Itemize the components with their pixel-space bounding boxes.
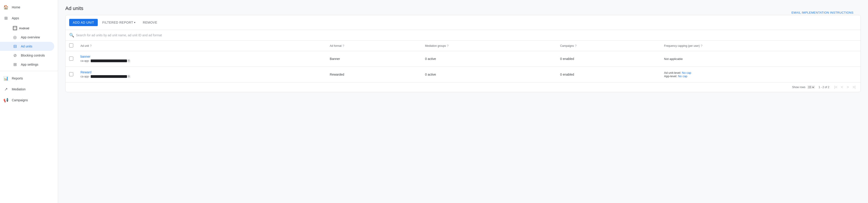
sidebar-item-label: Home (12, 5, 20, 9)
freq-cap-cell: Not applicable (660, 51, 861, 67)
row-checkbox-cell (65, 51, 77, 67)
add-ad-unit-button[interactable]: ADD AD UNIT (69, 19, 98, 26)
toolbar: ADD AD UNIT FILTERED REPORT ▾ REMOVE (65, 15, 861, 30)
android-icon (13, 26, 17, 30)
table-header-row: Ad unit ? Ad format ? Me (65, 41, 861, 51)
select-all-header (65, 41, 77, 51)
copy-icon[interactable]: ⎘ (128, 59, 130, 63)
ad-unit-help-icon[interactable]: ? (90, 44, 92, 48)
table-row: banner ca-app- ⎘ Banner 0 active (65, 51, 861, 67)
row-checkbox-cell (65, 67, 77, 82)
mediation-groups-column-header: Mediation groups ? (422, 41, 557, 51)
campaigns-cell: 0 enabled (556, 67, 660, 82)
sidebar-item-label: App settings (21, 63, 38, 66)
search-input[interactable] (76, 33, 857, 37)
page-title: Ad units (65, 5, 861, 11)
show-rows: Show rows 15 25 50 (792, 85, 815, 89)
pagination-row: Show rows 15 25 50 1 - 2 of 2 |< < > >| (65, 82, 861, 92)
mediation-groups-cell: 0 active (422, 67, 557, 82)
campaigns-column-header: Campaigns ? (556, 41, 660, 51)
android-app-item[interactable]: Android (0, 24, 58, 33)
main-content: Ad units EMAIL IMPLEMENTATION INSTRUCTIO… (58, 0, 868, 203)
ad-units-table: Ad unit ? Ad format ? Me (65, 41, 861, 82)
sidebar-item-label: Apps (12, 16, 19, 20)
ad-format-cell: Banner (326, 51, 421, 67)
ad-format-cell: Rewarded (326, 67, 421, 82)
ad-unit-level-no-cap-link[interactable]: No cap (682, 71, 691, 75)
sidebar-item-label: App overview (21, 35, 40, 39)
blocking-icon: ⊘ (13, 53, 17, 58)
reports-icon: 📊 (4, 76, 8, 81)
show-rows-label: Show rows (792, 86, 805, 89)
ad-format-help-icon[interactable]: ? (342, 44, 344, 48)
sidebar-item-app-settings[interactable]: ⊞ App settings (0, 60, 54, 69)
filtered-report-button[interactable]: FILTERED REPORT ▾ (99, 19, 138, 26)
sidebar-item-mediation[interactable]: ↗ Mediation (0, 84, 54, 95)
row-checkbox[interactable] (69, 57, 73, 61)
ad-unit-id: ca-app- ⎘ (81, 75, 322, 79)
ad-unit-cell: banner ca-app- ⎘ (77, 51, 326, 67)
frequency-cap-column-header: Frequency capping (per user) ? (660, 41, 861, 51)
search-icon: 🔍 (69, 33, 74, 38)
divider (0, 71, 58, 71)
ad-unit-name-link[interactable]: banner (81, 55, 322, 58)
sidebar-item-campaigns[interactable]: 📢 Campaigns (0, 95, 54, 106)
row-checkbox[interactable] (69, 72, 73, 76)
ad-units-card: ADD AD UNIT FILTERED REPORT ▾ REMOVE 🔍 (65, 15, 861, 92)
page-navigation: |< < > >| (833, 84, 857, 90)
sidebar-item-ad-units[interactable]: ⊟ Ad units (0, 42, 54, 51)
page-range: 1 - 2 of 2 (818, 86, 829, 89)
select-all-checkbox[interactable] (69, 44, 73, 48)
sidebar-item-label: Mediation (12, 87, 26, 91)
dropdown-arrow-icon: ▾ (134, 21, 135, 24)
next-page-button[interactable]: > (845, 84, 850, 90)
content-area: Ad units EMAIL IMPLEMENTATION INSTRUCTIO… (58, 0, 868, 203)
ad-units-icon: ⊟ (13, 44, 17, 49)
mediation-icon: ↗ (4, 87, 8, 91)
sidebar: 🏠 Home ⊞ Apps Android ◎ App overview ⊟ A… (0, 0, 58, 203)
campaigns-icon: 📢 (4, 98, 8, 103)
mediation-help-icon[interactable]: ? (447, 44, 449, 48)
campaigns-help-icon[interactable]: ? (575, 44, 577, 48)
ad-unit-name-link[interactable]: Reward (81, 70, 322, 74)
copy-icon[interactable]: ⎘ (128, 75, 130, 79)
freq-cap-cell: Ad unit-level: No cap App-level: No cap (660, 67, 861, 82)
sidebar-item-app-overview[interactable]: ◎ App overview (0, 33, 54, 42)
id-redacted-bar (91, 59, 127, 62)
overview-icon: ◎ (13, 35, 17, 39)
remove-button[interactable]: REMOVE (140, 19, 160, 26)
home-icon: 🏠 (4, 5, 8, 9)
mediation-groups-cell: 0 active (422, 51, 557, 67)
sidebar-item-home[interactable]: 🏠 Home (0, 2, 54, 13)
ad-unit-column-header: Ad unit ? (77, 41, 326, 51)
ad-unit-cell: Reward ca-app- ⎘ (77, 67, 326, 82)
ad-format-column-header: Ad format ? (326, 41, 421, 51)
rows-per-page-select[interactable]: 15 25 50 (807, 85, 815, 89)
android-label: Android (19, 27, 29, 30)
sidebar-item-label: Blocking controls (21, 54, 45, 57)
id-redacted-bar (91, 75, 127, 78)
ad-unit-id: ca-app- ⎘ (81, 59, 322, 63)
app-level-no-cap-link[interactable]: No cap (678, 75, 687, 78)
freq-cap-help-icon[interactable]: ? (701, 44, 703, 48)
sidebar-item-apps[interactable]: ⊞ Apps (0, 13, 54, 24)
search-row: 🔍 (65, 30, 861, 41)
last-page-button[interactable]: >| (851, 84, 857, 90)
first-page-button[interactable]: |< (833, 84, 839, 90)
sidebar-item-label: Ad units (21, 45, 32, 48)
prev-page-button[interactable]: < (840, 84, 844, 90)
settings-icon: ⊞ (13, 62, 17, 67)
table-row: Reward ca-app- ⎘ Rewarded 0 active (65, 67, 861, 82)
sidebar-item-label: Campaigns (12, 98, 28, 102)
campaigns-cell: 0 enabled (556, 51, 660, 67)
sidebar-item-reports[interactable]: 📊 Reports (0, 73, 54, 84)
sidebar-item-label: Reports (12, 77, 23, 80)
email-implementation-link[interactable]: EMAIL IMPLEMENTATION INSTRUCTIONS (792, 11, 854, 14)
grid-icon: ⊞ (4, 16, 8, 21)
sidebar-item-blocking-controls[interactable]: ⊘ Blocking controls (0, 51, 54, 60)
title-row: Ad units EMAIL IMPLEMENTATION INSTRUCTIO… (65, 5, 861, 11)
